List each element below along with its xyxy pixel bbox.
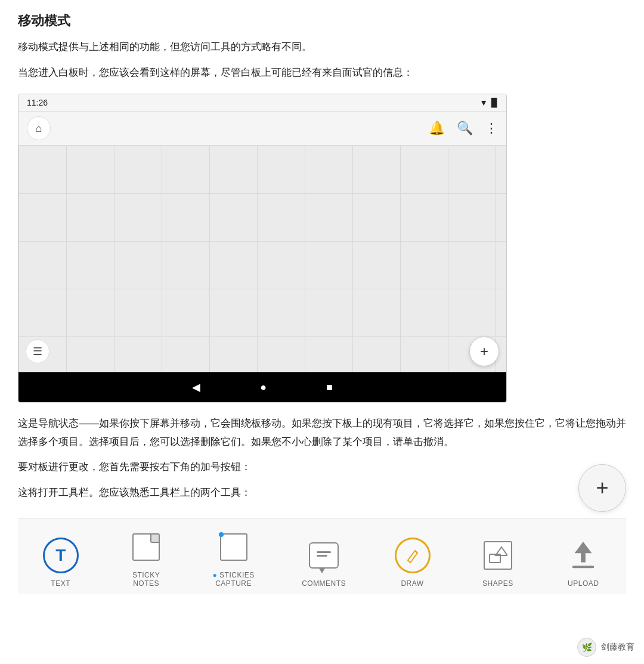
paragraph-2: 当您进入白板时，您应该会看到这样的屏幕，尽管白板上可能已经有来自面试官的信息： — [18, 64, 626, 82]
comments-label: COMMENTS — [302, 579, 346, 588]
shapes-icon — [484, 541, 512, 570]
tool-text[interactable]: T TEXT — [42, 536, 80, 588]
android-nav-bar: ◀ ● ■ — [18, 372, 506, 402]
tool-comments[interactable]: COMMENTS — [302, 536, 346, 588]
capture-dot — [219, 532, 224, 537]
paragraph-5: 这将打开工具栏。您应该熟悉工具栏上的两个工具： — [18, 484, 566, 502]
toolbar-strip: T TEXT STICKYNOTES ● STICKIESCAPTURE — [18, 518, 626, 594]
text-label: TEXT — [51, 579, 70, 588]
tool-shapes[interactable]: SHAPES — [479, 536, 517, 588]
toolbar-right: 🔔 🔍 ⋮ — [429, 121, 498, 136]
upload-icon-wrap — [564, 536, 602, 575]
draw-pencil-icon — [404, 547, 421, 564]
paragraph-4: 要对板进行更改，您首先需要按右下角的加号按钮： — [18, 458, 566, 477]
wifi-icon: ▼ — [479, 98, 488, 107]
draw-label: DRAW — [401, 579, 423, 588]
stickies-capture-label: ● STICKIESCAPTURE — [212, 571, 254, 588]
recents-button[interactable]: ■ — [326, 381, 333, 394]
page-title: 移动模式 — [18, 12, 626, 30]
sticky-notes-label: STICKYNOTES — [132, 571, 160, 588]
shapes-svg-icon — [488, 546, 507, 565]
upload-svg-icon — [571, 541, 596, 570]
tool-stickies-capture[interactable]: ● STICKIESCAPTURE — [212, 528, 254, 588]
draw-icon-wrap — [394, 536, 432, 575]
stickies-capture-icon-wrap — [215, 528, 253, 566]
svg-rect-0 — [317, 551, 331, 553]
back-button[interactable]: ◀ — [192, 381, 200, 394]
home-button[interactable]: ⌂ — [27, 116, 51, 140]
comments-lines-icon — [315, 549, 332, 561]
upload-icon — [568, 541, 598, 570]
stickies-capture-icon — [220, 533, 247, 561]
big-plus-button[interactable]: + — [578, 464, 626, 512]
sticky-notes-icon — [132, 533, 160, 561]
draw-icon — [395, 538, 431, 573]
paragraph-1: 移动模式提供与上述相同的功能，但您访问工具的方式略有不同。 — [18, 38, 626, 57]
text-icon: T — [43, 538, 79, 573]
mobile-app-toolbar: ⌂ 🔔 🔍 ⋮ — [18, 112, 506, 146]
mobile-mockup: 11:26 ▼ ▉ ⌂ 🔔 🔍 ⋮ — [18, 94, 507, 403]
toolbar-left: ⌂ — [27, 116, 51, 140]
bell-icon[interactable]: 🔔 — [429, 121, 445, 136]
status-time: 11:26 — [27, 98, 48, 107]
search-icon[interactable]: 🔍 — [457, 121, 473, 136]
home-nav-button[interactable]: ● — [260, 381, 267, 394]
svg-marker-4 — [575, 542, 592, 553]
svg-rect-5 — [581, 552, 586, 563]
tool-draw[interactable]: DRAW — [394, 536, 432, 588]
watermark-logo-icon: 🌿 — [582, 643, 592, 652]
watermark: 🌿 剑藤教育 — [577, 638, 634, 657]
paragraph-4-text: 要对板进行更改，您首先需要按右下角的加号按钮： 这将打开工具栏。您应该熟悉工具栏… — [18, 458, 566, 509]
battery-icon: ▉ — [491, 98, 498, 107]
mobile-mockup-wrapper: 11:26 ▼ ▉ ⌂ 🔔 🔍 ⋮ — [18, 94, 626, 403]
shapes-label: SHAPES — [482, 579, 513, 588]
text-icon-wrap: T — [42, 536, 80, 575]
paragraph-4-section: 要对板进行更改，您首先需要按右下角的加号按钮： 这将打开工具栏。您应该熟悉工具栏… — [18, 458, 626, 512]
tool-sticky-notes[interactable]: STICKYNOTES — [127, 528, 165, 588]
shapes-icon-wrap — [479, 536, 517, 575]
page-content: 移动模式 移动模式提供与上述相同的功能，但您访问工具的方式略有不同。 当您进入白… — [0, 0, 644, 594]
svg-rect-1 — [317, 555, 327, 557]
upload-label: UPLOAD — [568, 579, 599, 588]
inline-plus-wrapper: + — [578, 464, 626, 512]
menu-button[interactable]: ☰ — [26, 339, 49, 363]
comments-icon-wrap — [305, 536, 343, 575]
canvas-plus-button[interactable]: + — [469, 336, 499, 366]
tool-upload[interactable]: UPLOAD — [564, 536, 602, 588]
watermark-logo: 🌿 — [577, 638, 596, 657]
comments-icon — [309, 542, 339, 569]
paragraph-3: 这是导航状态——如果你按下屏幕并移动，它会围绕板移动。如果您按下板上的现有项目，… — [18, 415, 626, 451]
more-icon[interactable]: ⋮ — [485, 121, 498, 136]
mobile-status-bar: 11:26 ▼ ▉ — [18, 94, 506, 112]
status-icons: ▼ ▉ — [479, 98, 498, 107]
sticky-notes-icon-wrap — [127, 528, 165, 566]
mobile-canvas: ☰ + — [18, 146, 506, 372]
watermark-text: 剑藤教育 — [601, 642, 634, 653]
svg-rect-6 — [572, 566, 595, 569]
